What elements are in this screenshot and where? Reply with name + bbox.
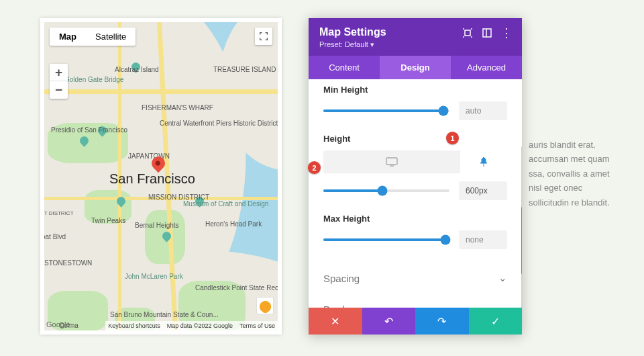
- pegman-icon[interactable]: ⬤: [256, 297, 274, 314]
- tab-content[interactable]: Content: [309, 56, 380, 79]
- map-label: Alcatraz Island: [115, 66, 159, 73]
- section-spacing-label: Spacing: [323, 273, 360, 284]
- height-pin-button[interactable]: [460, 150, 507, 173]
- section-border-label: Border: [323, 304, 354, 308]
- fullscreen-button[interactable]: [255, 28, 272, 45]
- map-zoom-controls: + −: [50, 64, 68, 99]
- map-label: John McLaren Park: [125, 273, 183, 280]
- map-label: Heron's Head Park: [205, 220, 239, 228]
- map-label: Candlestick Point State Recreation: [195, 284, 249, 292]
- tab-design[interactable]: Design: [380, 56, 451, 79]
- map-type-map[interactable]: Map: [50, 28, 86, 46]
- annotation-2: 2: [308, 161, 321, 174]
- map-label: FISHERMAN'S WHARF: [142, 104, 213, 112]
- map-label: Central Waterfront Piers Historic Distri…: [160, 120, 240, 127]
- map-label: STONESTOWN: [44, 259, 92, 267]
- max-height-value[interactable]: none: [459, 230, 507, 249]
- zoom-in-button[interactable]: +: [50, 64, 68, 81]
- map-label: Bernal Heights: [135, 222, 162, 229]
- svg-rect-0: [465, 30, 470, 36]
- map-label: MISSION DISTRICT: [148, 193, 182, 201]
- svg-rect-5: [483, 29, 491, 37]
- chevron-down-icon: ⌄: [498, 272, 507, 284]
- panel-title: Map Settings: [319, 26, 386, 38]
- save-button[interactable]: ✓: [469, 308, 523, 335]
- section-spacing[interactable]: Spacing ⌄: [323, 263, 507, 294]
- map-type-toggle: Map Satellite: [50, 28, 136, 46]
- google-logo: Google: [46, 320, 70, 328]
- min-height-slider[interactable]: [323, 109, 449, 112]
- settings-panel: Map Settings Preset: Default ▾ ⋮ Content…: [309, 18, 522, 335]
- section-border[interactable]: Border ⌄: [323, 294, 507, 308]
- map-label: Presidio of San Francisco: [51, 126, 105, 134]
- map-canvas[interactable]: San Francisco Alcatraz Island Golden Gat…: [44, 22, 278, 330]
- map-label: Museum of Craft and Design: [183, 200, 244, 208]
- zoom-out-button[interactable]: −: [50, 81, 68, 99]
- map-data-text: Map data ©2022 Google: [167, 322, 233, 329]
- svg-point-1: [463, 28, 464, 30]
- map-type-satellite[interactable]: Satellite: [86, 28, 136, 46]
- height-field: Height 600px: [323, 134, 507, 200]
- panel-header: Map Settings Preset: Default ▾ ⋮: [309, 18, 522, 56]
- map-label-city: San Francisco: [109, 171, 195, 187]
- panel-action-bar: ✕ ↶ ↷ ✓: [309, 308, 522, 335]
- tab-advanced[interactable]: Advanced: [451, 56, 522, 79]
- map-label: Twin Peaks: [91, 217, 125, 224]
- map-label: Golden Gate Bridge: [64, 76, 123, 83]
- scrollbar[interactable]: [521, 146, 522, 308]
- height-value[interactable]: 600px: [459, 181, 507, 200]
- panel-tabs: Content Design Advanced: [309, 56, 522, 79]
- map-label: oat Blvd: [44, 233, 66, 240]
- map-kbd-link[interactable]: Keyboard shortcuts: [108, 322, 160, 329]
- map-module: San Francisco Alcatraz Island Golden Gat…: [40, 18, 282, 335]
- device-desktop-tab[interactable]: [323, 150, 460, 173]
- max-height-field: Max Height none: [323, 214, 507, 249]
- min-height-value[interactable]: auto: [459, 101, 507, 120]
- svg-point-4: [471, 36, 472, 38]
- map-label: TREASURE ISLAND: [213, 66, 276, 73]
- preset-dropdown[interactable]: Preset: Default ▾: [319, 40, 386, 49]
- height-slider[interactable]: [323, 189, 449, 192]
- more-icon[interactable]: ⋮: [501, 28, 511, 38]
- expand-icon[interactable]: [462, 28, 472, 38]
- undo-button[interactable]: ↶: [362, 308, 416, 335]
- redo-button[interactable]: ↷: [415, 308, 469, 335]
- annotation-1: 1: [446, 132, 459, 144]
- map-terms-link[interactable]: Terms of Use: [239, 322, 275, 329]
- map-label: SET DISTRICT: [44, 210, 70, 216]
- map-attribution: Keyboard shortcuts Map data ©2022 Google…: [105, 321, 278, 330]
- panel-body: Min Height auto Height: [309, 79, 522, 308]
- cancel-button[interactable]: ✕: [309, 308, 362, 335]
- max-height-slider[interactable]: [323, 238, 449, 241]
- height-label: Height: [323, 134, 507, 144]
- max-height-label: Max Height: [323, 214, 507, 224]
- svg-point-2: [471, 28, 472, 30]
- map-label: San Bruno Mountain State & Coun...: [110, 311, 157, 318]
- layout-icon[interactable]: [482, 28, 492, 38]
- page-body-text: auris blandit erat, accumsan met quam ss…: [529, 138, 623, 210]
- min-height-label: Min Height: [323, 85, 507, 95]
- svg-point-3: [463, 36, 464, 38]
- chevron-down-icon: ⌄: [498, 303, 507, 308]
- svg-rect-7: [386, 158, 397, 165]
- min-height-field: Min Height auto: [323, 85, 507, 120]
